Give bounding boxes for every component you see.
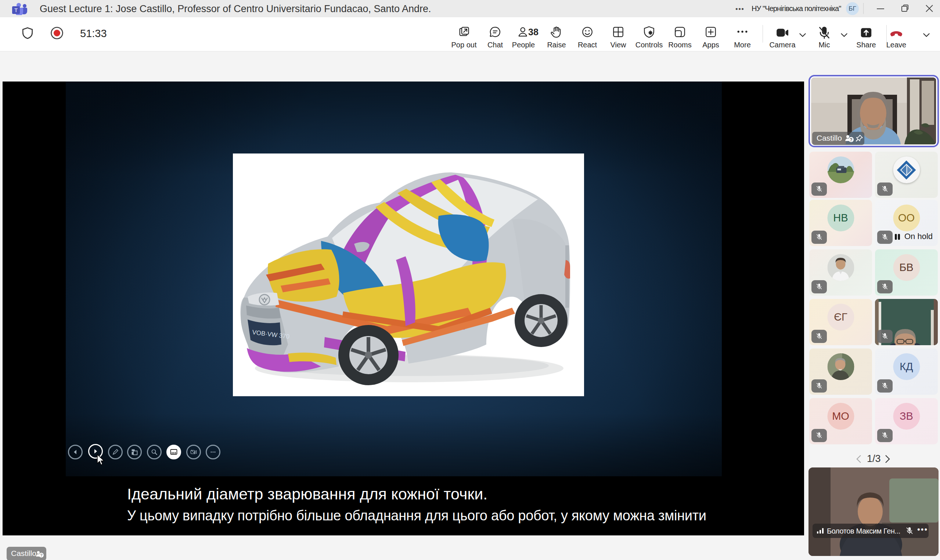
svg-text:?: ?: [40, 553, 43, 557]
svg-text:?: ?: [850, 137, 852, 143]
svg-text:T: T: [14, 7, 18, 13]
